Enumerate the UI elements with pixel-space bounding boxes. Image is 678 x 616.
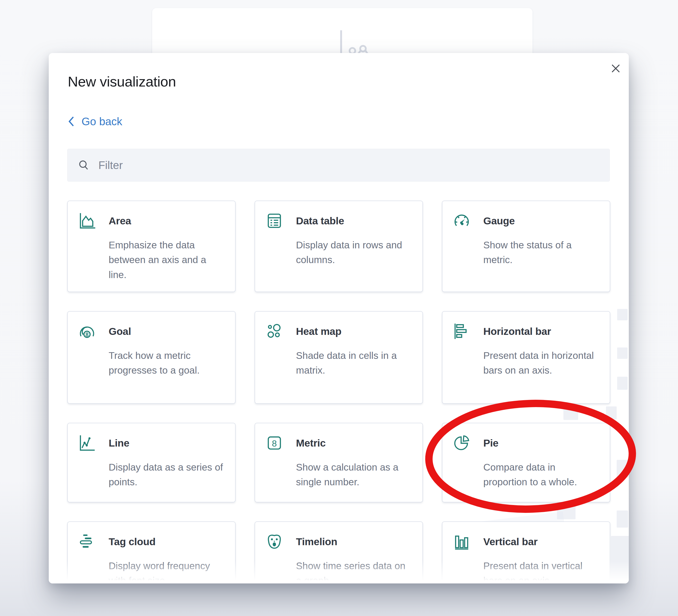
viz-card-title: Timelion (296, 536, 412, 547)
gauge-icon (453, 212, 470, 230)
viz-card-title: Pie (483, 437, 599, 449)
viz-card-title: Goal (109, 325, 225, 337)
viz-card-title: Heat map (296, 325, 412, 337)
area-chart-icon (78, 212, 96, 230)
go-back-label: Go back (81, 115, 122, 128)
viz-card-description: Compare data in proportion to a whole. (483, 460, 599, 490)
viz-card-vertical-bar[interactable]: Vertical bar Present data in vertical ba… (442, 522, 610, 583)
viz-card-description: Show the status of a metric. (483, 238, 599, 267)
viz-card-title: Vertical bar (483, 536, 599, 547)
faded-background-fragment (617, 347, 628, 359)
viz-card-title: Data table (296, 215, 412, 227)
horizontal-bar-icon (453, 322, 470, 340)
faded-background-fragment (611, 536, 629, 583)
viz-card-title: Area (109, 215, 225, 227)
viz-card-title: Line (109, 437, 225, 449)
faded-background-fragment (617, 460, 628, 478)
vertical-bar-icon (453, 533, 470, 550)
chevron-left-icon (67, 116, 75, 127)
svg-text:8: 8 (85, 332, 89, 338)
data-table-icon (266, 212, 283, 230)
goal-icon: 8 (78, 322, 96, 340)
filter-input[interactable] (98, 158, 600, 172)
new-visualization-modal: New visualization Go back (49, 53, 629, 583)
viz-card-heat-map[interactable]: Heat map Shade data in cells in a matrix… (255, 311, 423, 404)
viz-card-description: Show a calculation as a single number. (296, 460, 412, 490)
faded-background-fragment (617, 510, 628, 528)
go-back-link[interactable]: Go back (67, 115, 122, 128)
viz-card-description: Show time series data on a graph. (296, 559, 412, 583)
tag-cloud-icon (78, 533, 96, 550)
viz-card-description: Present data in vertical bars on an axis… (483, 559, 599, 583)
viz-card-description: Display data in rows and columns. (296, 238, 412, 267)
svg-text:8: 8 (272, 439, 277, 449)
viz-card-tag-cloud[interactable]: Tag cloud Display word frequency with fo… (67, 522, 236, 583)
viz-card-description: Present data in horizontal bars on an ax… (483, 348, 599, 378)
faded-background-fragment (617, 309, 628, 320)
filter-field[interactable] (67, 149, 610, 182)
viz-card-pie[interactable]: Pie Compare data in proportion to a whol… (442, 423, 610, 502)
pie-chart-icon (453, 434, 470, 452)
viz-card-goal[interactable]: 8 Goal Track how a metric progresses to … (67, 311, 236, 404)
viz-card-title: Horizontal bar (483, 325, 599, 337)
viz-card-description: Track how a metric progresses to a goal. (109, 348, 225, 378)
heat-map-icon (266, 322, 283, 340)
viz-type-grid: Area Emphasize the data between an axis … (67, 201, 610, 583)
viz-card-data-table[interactable]: Data table Display data in rows and colu… (255, 201, 423, 292)
faded-background-fragment (617, 377, 628, 390)
viz-card-title: Gauge (483, 215, 599, 227)
viz-card-description: Display data as a series of points. (109, 460, 225, 490)
line-chart-icon (78, 434, 96, 452)
close-icon[interactable] (607, 60, 624, 77)
timelion-icon (266, 533, 283, 550)
viz-card-title: Tag cloud (109, 536, 225, 547)
viz-card-description: Shade data in cells in a matrix. (296, 348, 412, 378)
viz-card-gauge[interactable]: Gauge Show the status of a metric. (442, 201, 610, 292)
modal-title: New visualization (68, 73, 610, 90)
viz-card-timelion[interactable]: Timelion Show time series data on a grap… (255, 522, 423, 583)
viz-card-description: Display word frequency with font size. (109, 559, 225, 583)
viz-card-area[interactable]: Area Emphasize the data between an axis … (67, 201, 236, 292)
viz-card-metric[interactable]: 8 Metric Show a calculation as a single … (255, 423, 423, 502)
viz-card-description: Emphasize the data between an axis and a… (109, 238, 225, 282)
viz-card-title: Metric (296, 437, 412, 449)
viz-card-horizontal-bar[interactable]: Horizontal bar Present data in horizonta… (442, 311, 610, 404)
search-icon (77, 159, 90, 171)
metric-icon: 8 (266, 434, 283, 452)
viz-card-line[interactable]: Line Display data as a series of points. (67, 423, 236, 502)
